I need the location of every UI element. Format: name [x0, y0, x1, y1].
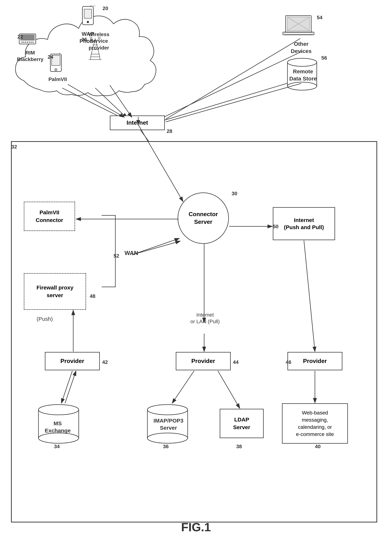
internet-push-pull-box: Internet (Push and Pull) [273, 207, 335, 240]
svg-point-61 [38, 405, 79, 415]
label-34: 34 [54, 444, 60, 450]
imap-server-label: IMAP/POP3 Server [148, 417, 189, 431]
svg-line-21 [156, 51, 302, 121]
wireless-service-label: Wireless Service provider [84, 31, 114, 51]
internet-box: Internet [110, 116, 165, 130]
other-devices-label: Other Devices [285, 40, 318, 55]
svg-line-5 [62, 88, 125, 119]
label-48: 48 [90, 293, 95, 299]
provider-44-box: Provider [176, 352, 231, 370]
svg-point-29 [87, 21, 89, 23]
label-28: 28 [167, 128, 172, 134]
svg-point-65 [147, 433, 188, 443]
svg-point-62 [38, 433, 79, 443]
svg-point-37 [29, 42, 30, 43]
provider-42-box: Provider [45, 352, 100, 370]
rim-label: RIM Blackberry [17, 50, 44, 63]
remote-data-store-label: Remote Data Store [285, 68, 321, 82]
provider-46-box: Provider [287, 352, 342, 370]
other-devices-icon [282, 15, 315, 39]
label-30: 30 [232, 191, 237, 197]
svg-point-35 [25, 42, 26, 43]
wap-phone-icon [79, 6, 97, 29]
label-42: 42 [102, 359, 108, 365]
fig-caption: FIG.1 [0, 520, 392, 534]
label-44: 44 [233, 359, 239, 365]
label-46: 46 [286, 359, 291, 365]
svg-line-22 [156, 79, 302, 123]
palmvii-label: PalmVII [47, 76, 69, 83]
label-32: 32 [11, 144, 17, 150]
svg-line-68 [110, 85, 132, 117]
label-22: 22 [17, 34, 23, 40]
svg-point-39 [32, 42, 34, 43]
svg-rect-28 [84, 9, 91, 18]
label-40: 40 [315, 444, 321, 450]
label-36: 36 [163, 444, 169, 450]
svg-point-64 [147, 405, 188, 415]
label-24: 24 [48, 54, 53, 60]
label-52: 52 [114, 253, 119, 259]
ldap-server-box: LDAP Server [220, 409, 264, 438]
svg-rect-56 [285, 32, 312, 34]
svg-line-87 [166, 38, 300, 119]
wan-label: WAN [125, 249, 138, 257]
label-50: 50 [273, 224, 278, 229]
svg-line-4 [95, 88, 128, 119]
svg-point-38 [30, 42, 32, 43]
label-20: 20 [103, 6, 108, 11]
web-based-box: Web-based messaging, calendaring, or e-c… [282, 403, 348, 444]
svg-point-34 [23, 42, 24, 43]
internet-or-lan-label: Internet or LAN (Pull) [185, 312, 225, 325]
firewall-proxy-box: Firewall proxy server [24, 273, 86, 310]
palmvii-connector-box: PalmVII Connector [24, 202, 75, 231]
svg-point-59 [287, 82, 317, 90]
svg-point-36 [27, 42, 28, 43]
svg-point-33 [21, 42, 23, 43]
push-label: (Push) [37, 315, 53, 322]
ms-exchange-label: MS Exchange [39, 420, 76, 434]
connector-server-box: Connector Server [178, 192, 229, 244]
label-26: 26 [81, 37, 87, 43]
label-56: 56 [321, 55, 327, 61]
label-54: 54 [317, 15, 322, 20]
svg-point-42 [55, 68, 57, 71]
label-38: 38 [236, 444, 242, 450]
svg-line-69 [68, 84, 125, 117]
svg-point-58 [287, 58, 317, 66]
diagram-container: WAP Phone 20 RIM Blackberry 22 PalmVII 2… [0, 0, 392, 545]
svg-line-88 [166, 83, 301, 122]
